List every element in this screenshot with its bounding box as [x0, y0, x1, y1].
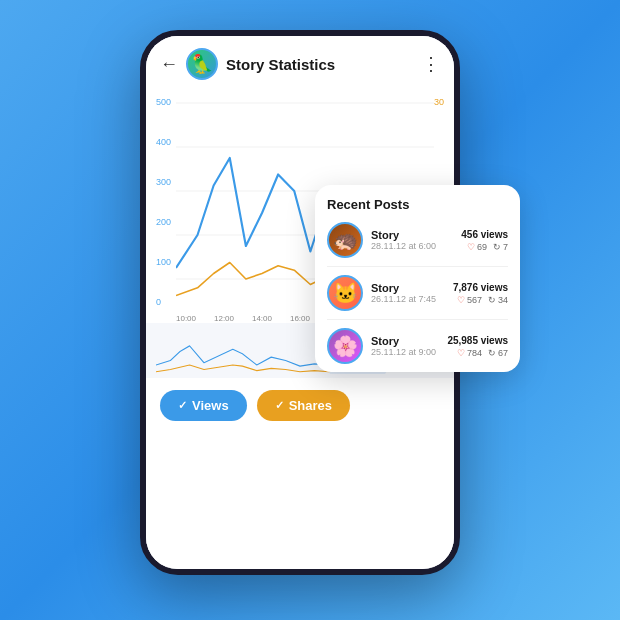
post-item-1[interactable]: 🦔 Story 28.11.12 at 6:00 456 views ♡ 69 …	[327, 222, 508, 267]
y-label-400: 400	[156, 137, 171, 147]
post-item-3[interactable]: 🌸 Story 25.11.12 at 9:00 25,985 views ♡ …	[327, 328, 508, 364]
y-label-300: 300	[156, 177, 171, 187]
x-label-1000: 10:00	[176, 314, 196, 323]
y-label-500: 500	[156, 97, 171, 107]
shares-toggle-button[interactable]: ✓ Shares	[257, 390, 350, 421]
post-likes-2: ♡ 567	[457, 295, 482, 305]
page-title: Story Statistics	[226, 56, 414, 73]
likes-count-2: 567	[467, 295, 482, 305]
heart-icon-2: ♡	[457, 295, 465, 305]
post-shares-2: ↻ 34	[488, 295, 508, 305]
post-item-2[interactable]: 🐱 Story 26.11.12 at 7:45 7,876 views ♡ 5…	[327, 275, 508, 320]
legend-buttons: ✓ Views ✓ Shares	[146, 384, 454, 431]
post-thumb-icon-3: 🌸	[333, 334, 358, 358]
y-right-30: 30	[434, 97, 444, 107]
post-thumb-1: 🦔	[327, 222, 363, 258]
views-toggle-button[interactable]: ✓ Views	[160, 390, 247, 421]
share-icon-2: ↻	[488, 295, 496, 305]
post-info-2: Story 26.11.12 at 7:45	[371, 282, 445, 304]
likes-count-3: 784	[467, 348, 482, 358]
post-stats-3: 25,985 views ♡ 784 ↻ 67	[447, 335, 508, 358]
share-icon-3: ↻	[488, 348, 496, 358]
post-interactions-3: ♡ 784 ↻ 67	[447, 348, 508, 358]
more-options-button[interactable]: ⋮	[422, 53, 440, 75]
back-button[interactable]: ←	[160, 54, 178, 75]
phone-wrapper: ← 🦜 Story Statistics ⋮ 500 400 300 200 1…	[140, 30, 480, 590]
post-name-1: Story	[371, 229, 453, 241]
post-interactions-1: ♡ 69 ↻ 7	[461, 242, 508, 252]
post-date-1: 28.11.12 at 6:00	[371, 241, 453, 251]
post-thumb-icon-1: 🦔	[333, 228, 358, 252]
post-info-3: Story 25.11.12 at 9:00	[371, 335, 439, 357]
post-interactions-2: ♡ 567 ↻ 34	[453, 295, 508, 305]
post-thumb-2: 🐱	[327, 275, 363, 311]
heart-icon-3: ♡	[457, 348, 465, 358]
share-icon-1: ↻	[493, 242, 501, 252]
recent-posts-title: Recent Posts	[327, 197, 508, 212]
likes-count-1: 69	[477, 242, 487, 252]
post-date-2: 26.11.12 at 7:45	[371, 294, 445, 304]
header: ← 🦜 Story Statistics ⋮	[146, 36, 454, 88]
post-name-2: Story	[371, 282, 445, 294]
x-label-1400: 14:00	[252, 314, 272, 323]
post-views-2: 7,876 views	[453, 282, 508, 293]
post-date-3: 25.11.12 at 9:00	[371, 347, 439, 357]
avatar: 🦜	[186, 48, 218, 80]
post-shares-3: ↻ 67	[488, 348, 508, 358]
views-check-icon: ✓	[178, 399, 187, 412]
x-label-1600: 16:00	[290, 314, 310, 323]
y-label-200: 200	[156, 217, 171, 227]
post-thumb-icon-2: 🐱	[333, 281, 358, 305]
heart-icon-1: ♡	[467, 242, 475, 252]
y-axis-left: 500 400 300 200 100 0	[156, 92, 171, 312]
post-likes-1: ♡ 69	[467, 242, 487, 252]
y-label-100: 100	[156, 257, 171, 267]
x-label-1200: 12:00	[214, 314, 234, 323]
shares-check-icon: ✓	[275, 399, 284, 412]
y-label-0: 0	[156, 297, 171, 307]
views-label: Views	[192, 398, 229, 413]
shares-count-2: 34	[498, 295, 508, 305]
recent-posts-card: Recent Posts 🦔 Story 28.11.12 at 6:00 45…	[315, 185, 520, 372]
post-views-1: 456 views	[461, 229, 508, 240]
avatar-icon: 🦜	[191, 53, 213, 75]
post-stats-1: 456 views ♡ 69 ↻ 7	[461, 229, 508, 252]
shares-label: Shares	[289, 398, 332, 413]
shares-count-1: 7	[503, 242, 508, 252]
post-stats-2: 7,876 views ♡ 567 ↻ 34	[453, 282, 508, 305]
post-views-3: 25,985 views	[447, 335, 508, 346]
shares-count-3: 67	[498, 348, 508, 358]
post-shares-1: ↻ 7	[493, 242, 508, 252]
post-likes-3: ♡ 784	[457, 348, 482, 358]
post-thumb-3: 🌸	[327, 328, 363, 364]
post-info-1: Story 28.11.12 at 6:00	[371, 229, 453, 251]
post-name-3: Story	[371, 335, 439, 347]
